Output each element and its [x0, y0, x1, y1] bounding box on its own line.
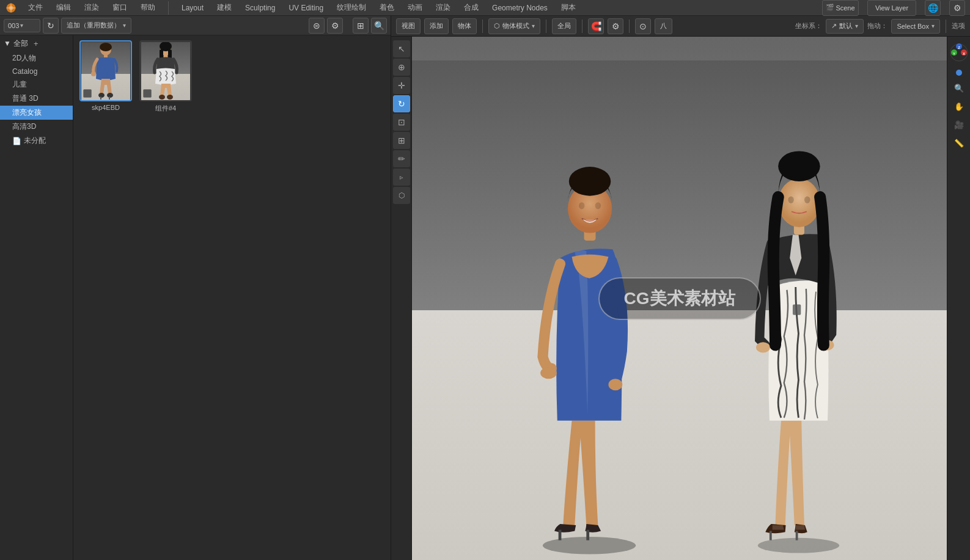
workspace-rendering[interactable]: 渲染 — [433, 1, 453, 14]
workspace-sculpting[interactable]: Sculpting — [243, 2, 277, 13]
sidebar-item-catalog[interactable]: Catalog — [0, 65, 73, 78]
sidebar-item-children[interactable]: 儿童 — [0, 78, 73, 92]
sidebar-item-beautiful-girls[interactable]: 漂亮女孩 — [0, 106, 73, 120]
falloff-btn[interactable]: 八 — [655, 18, 672, 34]
menu-edit[interactable]: 编辑 — [54, 1, 73, 14]
nav-gizmo[interactable]: X Y Z — [949, 43, 969, 62]
coord-dropdown[interactable]: ↗ 默认 ▾ — [826, 19, 864, 34]
sidebar-add-btn[interactable]: + — [31, 38, 42, 49]
workspace-texture[interactable]: 纹理绘制 — [334, 1, 369, 14]
transform-tool-btn[interactable]: ⊞ — [393, 132, 410, 149]
sidebar-item-normal-3d[interactable]: 普通 3D — [0, 92, 73, 106]
pan-btn[interactable]: ✋ — [952, 99, 966, 114]
move-tool-btn[interactable]: ✛ — [393, 77, 410, 94]
sidebar-item-unassigned[interactable]: 📄 未分配 — [0, 134, 73, 148]
sidebar-item-hd-3d[interactable]: 高清3D — [0, 120, 73, 134]
rotate-tool-btn[interactable]: ↻ — [393, 95, 410, 112]
sidebar-title: 全部 — [13, 38, 28, 49]
asset-item-group4[interactable]: 组件#4 — [138, 40, 193, 113]
workspace-animation[interactable]: 动画 — [405, 1, 425, 14]
asset-item-skp4ebd[interactable]: skp4EBD — [78, 40, 133, 113]
workspace-shading[interactable]: 着色 — [377, 1, 397, 14]
grid-view-btn[interactable]: ⊞ — [353, 18, 369, 34]
select-tool-btn[interactable]: ↖ — [393, 40, 410, 57]
left-tool-strip: ↖ ⊕ ✛ ↻ ⊡ ⊞ ✏ ▹ ⬡ — [391, 37, 412, 560]
scene-icon: 🎬 — [826, 4, 834, 12]
viewport-toolbar: 视图 添加 物体 ⬡ 物体模式 ▾ 全局 🧲 ⚙ ⊙ 八 — [391, 16, 970, 37]
svg-text:Y: Y — [952, 52, 955, 56]
global-btn[interactable]: 全局 — [552, 18, 576, 34]
menu-window[interactable]: 窗口 — [110, 1, 130, 14]
camera-btn[interactable]: 🎥 — [952, 117, 966, 132]
asset-label-1: skp4EBD — [78, 104, 133, 111]
select-mode-dropdown[interactable]: Select Box ▾ — [891, 19, 940, 34]
sidebar-item-2d-people[interactable]: 2D人物 — [0, 51, 73, 65]
asset-checkbox-2[interactable] — [143, 89, 152, 98]
annotate-tool-btn[interactable]: ✏ — [393, 150, 410, 167]
cube-tool-btn[interactable]: ⬡ — [393, 187, 410, 204]
svg-rect-11 — [100, 96, 101, 100]
asset-thumb-2 — [139, 40, 192, 101]
workspace-modeling[interactable]: 建模 — [215, 1, 234, 14]
scale-tool-btn[interactable]: ⊡ — [393, 114, 410, 131]
ruler-btn[interactable]: 📏 — [952, 136, 966, 150]
workspace-compositing[interactable]: 合成 — [461, 1, 481, 14]
select-mode-label: Select Box — [897, 23, 929, 30]
chevron-down-icon: ▾ — [20, 22, 23, 29]
sidebar-item-label: 漂亮女孩 — [12, 107, 42, 118]
svg-rect-12 — [109, 96, 110, 100]
separator — [168, 1, 169, 15]
sep3 — [582, 20, 582, 33]
asset-grid: skp4EBD — [73, 35, 391, 560]
workspace-scripting[interactable]: 脚本 — [559, 1, 578, 14]
add-menu-btn[interactable]: 添加 — [424, 18, 449, 34]
sidebar-item-label: 儿童 — [12, 79, 27, 90]
measure-tool-btn[interactable]: ▹ — [393, 169, 410, 186]
svg-point-8 — [91, 71, 96, 76]
menu-help[interactable]: 帮助 — [138, 1, 158, 14]
svg-text:Z: Z — [958, 46, 960, 49]
nudge-label: 拖动： — [867, 21, 887, 31]
proportional-btn[interactable]: ⊙ — [635, 18, 651, 34]
chevron-down-icon2: ▾ — [931, 23, 935, 29]
menu-file[interactable]: 文件 — [26, 1, 45, 14]
workspace-geometry-nodes[interactable]: Geometry Nodes — [490, 2, 550, 13]
view-menu-btn[interactable]: 视图 — [396, 18, 421, 34]
engine-btn[interactable]: 🌐 — [925, 0, 941, 16]
sep2 — [546, 20, 546, 33]
viewport-figures-svg — [412, 37, 947, 560]
snap-settings-btn[interactable]: ⚙ — [608, 18, 623, 34]
svg-point-29 — [569, 167, 611, 196]
cursor-tool-btn[interactable]: ⊕ — [393, 59, 410, 76]
snap-magnet-btn[interactable]: 🧲 — [588, 18, 604, 34]
scene-selector[interactable]: 🎬 Scene — [822, 0, 859, 16]
object-menu-btn[interactable]: 物体 — [452, 18, 477, 34]
svg-rect-33 — [770, 531, 772, 540]
svg-point-25 — [540, 367, 557, 379]
filter-settings-btn[interactable]: ⚙ — [327, 18, 343, 34]
sidebar-item-label: 普通 3D — [12, 93, 39, 104]
asset-checkbox-1[interactable] — [83, 89, 92, 98]
sidebar-item-label: 未分配 — [24, 136, 46, 146]
object-mode-dropdown[interactable]: ⬡ 物体模式 ▾ — [488, 18, 540, 34]
refresh-btn[interactable]: ↻ — [43, 18, 59, 34]
svg-rect-24 — [586, 530, 589, 540]
svg-point-26 — [608, 379, 622, 390]
nav-dot-blue — [956, 70, 962, 76]
zoom-btn[interactable]: 🔍 — [952, 81, 966, 95]
search-btn[interactable]: 🔍 — [371, 18, 387, 34]
settings-btn[interactable]: ⚙ — [949, 0, 965, 16]
workspace-layout[interactable]: Layout — [179, 2, 206, 13]
asset-toolbar: 003 ▾ ↻ 追加（重用数据） ▾ ⊜ ⚙ ⊞ 🔍 — [0, 16, 391, 35]
filter-btn[interactable]: ⊜ — [309, 18, 325, 34]
options-label: 选项 — [952, 21, 965, 31]
viewport-3d[interactable]: CG美术素材站 — [412, 37, 947, 560]
coord-label: 坐标系： — [795, 21, 822, 31]
sep1 — [482, 20, 483, 33]
add-reuse-btn[interactable]: 追加（重用数据） ▾ — [61, 18, 131, 34]
view-layer-btn[interactable]: View Layer — [867, 0, 916, 16]
menu-render[interactable]: 渲染 — [82, 1, 101, 14]
workspace-uv[interactable]: UV Editing — [286, 2, 326, 13]
asset-label-2: 组件#4 — [138, 104, 193, 113]
svg-point-39 — [778, 178, 820, 227]
